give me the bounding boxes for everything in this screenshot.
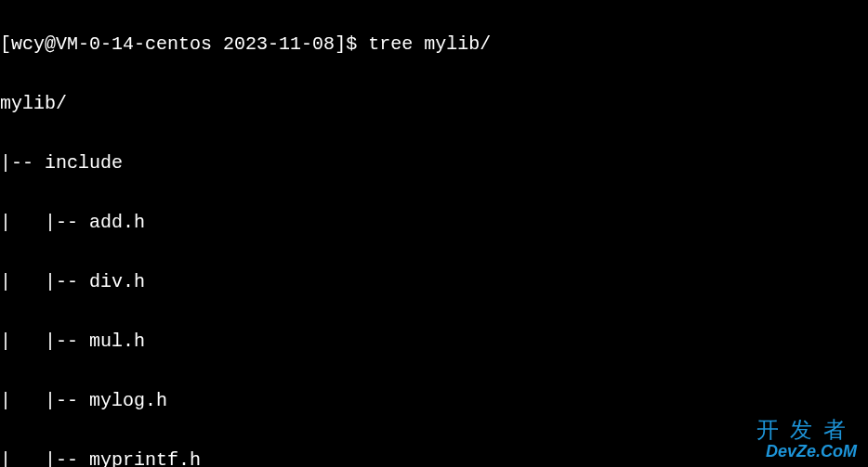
- command-text: tree mylib/: [368, 33, 491, 55]
- prompt-line-1: [wcy@VM-0-14-centos 2023-11-08]$ tree my…: [0, 30, 868, 59]
- tree-line: | |-- mul.h: [0, 327, 868, 357]
- tree-line: | |-- myprintf.h: [0, 446, 868, 467]
- tree-line: | |-- mylog.h: [0, 386, 868, 416]
- terminal-output[interactable]: [wcy@VM-0-14-centos 2023-11-08]$ tree my…: [0, 0, 868, 467]
- tree-line: | |-- add.h: [0, 208, 868, 238]
- tree-line: |-- include: [0, 149, 868, 178]
- tree-line: | |-- div.h: [0, 267, 868, 297]
- tree-root: mylib/: [0, 89, 868, 119]
